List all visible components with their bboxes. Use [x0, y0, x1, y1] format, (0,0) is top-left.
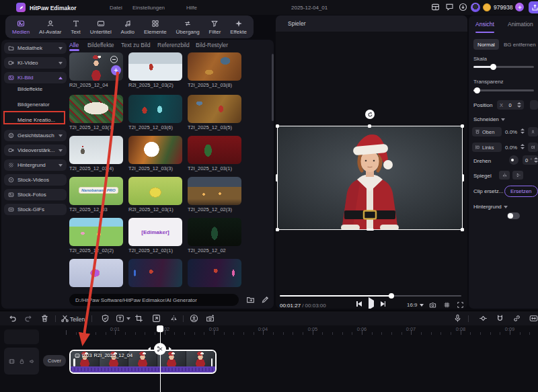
selection-handle[interactable] [276, 174, 278, 182]
coin-balance[interactable]: 979938 [483, 2, 512, 12]
ersetzen-button[interactable]: Ersetzen [504, 186, 538, 197]
play-button[interactable] [369, 301, 374, 307]
media-thumbnail[interactable] [69, 136, 123, 164]
media-thumbnail[interactable] [188, 218, 241, 246]
selection-handle[interactable] [276, 124, 279, 128]
timeline-clip[interactable]: 0:03 R2I_2025_12_04 [69, 350, 217, 374]
snapshot-icon[interactable] [429, 301, 436, 309]
rotate-handle[interactable] [365, 110, 375, 119]
selection-handle[interactable] [368, 124, 371, 128]
transparenz-slider[interactable] [473, 89, 534, 91]
skala-slider[interactable] [473, 66, 534, 68]
tab-animation[interactable]: Animation [508, 21, 533, 28]
selection-box[interactable] [277, 126, 463, 230]
magnet-icon[interactable] [496, 314, 504, 323]
media-tab-bildeffekte[interactable]: Bildeffekte [87, 42, 114, 48]
split-icon[interactable] [61, 314, 69, 323]
media-thumbnail[interactable] [69, 95, 123, 123]
stepper-icon[interactable] [534, 157, 538, 163]
add-to-timeline-button[interactable] [111, 65, 121, 75]
media-thumbnail[interactable] [188, 95, 241, 123]
media-tab-alle[interactable]: Alle [69, 42, 79, 48]
lock-icon[interactable] [19, 358, 25, 364]
playhead-cap[interactable] [157, 325, 163, 332]
sidebar-item-stock-gifs[interactable]: Stock-GIFs [4, 204, 67, 215]
sidebar-item-bildgenerator[interactable]: Bildgenerator [17, 102, 50, 108]
layout-icon[interactable] [431, 3, 440, 11]
tab-medien[interactable]: Medien [12, 19, 30, 35]
tab-uebergang[interactable]: Übergang [176, 19, 200, 35]
flip-horizontal-button[interactable] [499, 171, 510, 180]
fullscreen-icon[interactable] [457, 301, 464, 309]
user-avatar[interactable] [471, 3, 480, 12]
shield-icon[interactable] [101, 314, 110, 323]
fit-timeline-icon[interactable] [529, 314, 538, 323]
feedback-icon[interactable] [445, 3, 454, 11]
tab-ansicht[interactable]: Ansicht [475, 21, 494, 28]
tab-audio[interactable]: Audio [121, 19, 134, 35]
media-tab-bild-restyler[interactable]: Bild-Restyler [196, 42, 228, 48]
media-thumbnail[interactable] [69, 259, 123, 287]
media-tab-referenzbild[interactable]: Referenzbild [157, 42, 190, 48]
tab-untertitel[interactable]: Untertitel [90, 19, 112, 35]
nudge-right-icon[interactable] [169, 347, 171, 351]
media-path-field[interactable]: D:/HitPaw Software/HitPaw Edimakor/AI Ge… [69, 294, 239, 306]
mirror-icon[interactable] [169, 314, 178, 323]
media-thumbnail[interactable] [128, 95, 182, 123]
sidebar-item-ki-bild[interactable]: KI-Bild [4, 72, 67, 83]
undo-icon[interactable] [8, 314, 17, 323]
selection-handle[interactable] [461, 228, 464, 231]
media-thumbnail[interactable] [128, 136, 182, 164]
open-folder-icon[interactable] [246, 295, 255, 304]
media-thumbnail[interactable] [128, 177, 182, 205]
playhead-line[interactable] [160, 325, 161, 392]
camera-add-icon[interactable] [206, 314, 215, 323]
trim-handle-right[interactable] [211, 358, 213, 366]
text-tool-icon[interactable] [116, 314, 124, 323]
menu-datei[interactable]: Datei [110, 5, 122, 11]
caret-down-icon[interactable] [126, 317, 130, 320]
redo-icon[interactable] [24, 314, 33, 323]
progress-knob[interactable] [389, 293, 394, 299]
stepper-icon[interactable] [517, 102, 521, 108]
keyframe-icon[interactable] [479, 314, 488, 323]
media-tab-text-zu-bild[interactable]: Text zu Bild [121, 42, 150, 48]
aspect-ratio-dropdown[interactable]: 16:9 [407, 302, 424, 308]
media-thumbnail[interactable] [69, 218, 123, 246]
stepper-icon[interactable] [521, 128, 525, 134]
grid-icon[interactable] [443, 301, 451, 309]
sidebar-item-stock-videos[interactable]: Stock-Videos [4, 174, 67, 186]
prev-frame-button[interactable] [356, 301, 362, 307]
media-thumbnail[interactable] [188, 52, 241, 81]
media-thumbnail[interactable] [128, 259, 182, 287]
cut-at-playhead-button[interactable] [154, 343, 166, 355]
sidebar-item-ki-video[interactable]: KI-Video [4, 57, 67, 69]
crop-icon[interactable] [134, 314, 143, 323]
sidebar-item-gesichtstausch[interactable]: Gesichtstausch [4, 130, 67, 141]
mode-bg-entfernen-button[interactable]: BG entfernen [504, 42, 536, 48]
sidebar-item-mediathek[interactable]: Mediathek [4, 42, 67, 54]
crop-top-field[interactable]: Oben [472, 127, 502, 136]
hintergrund-toggle[interactable] [507, 212, 520, 219]
rotation-dial[interactable] [509, 155, 518, 165]
nudge-left-icon[interactable] [148, 347, 151, 351]
hintergrund-section[interactable]: Hintergrund [473, 204, 508, 210]
media-thumbnail[interactable] [188, 177, 241, 205]
crop-right-field-cut[interactable] [528, 143, 538, 152]
cover-button[interactable]: Cover [43, 355, 66, 366]
menu-einstellungen[interactable]: Einstellungen [132, 5, 165, 11]
media-thumbnail[interactable]: Nanobanana PRO [69, 177, 123, 205]
teilen-label[interactable]: Teilen [70, 316, 85, 323]
timeline-area[interactable]: 0:01 0:02 0:03 0:04 0:05 0:06 0:07 0:08 … [0, 325, 538, 392]
selection-handle[interactable] [462, 174, 464, 182]
sidebar-item-stock-fotos[interactable]: Stock-Fotos [4, 189, 67, 200]
tab-effekte[interactable]: Effekte [230, 19, 247, 35]
mute-icon[interactable] [29, 358, 35, 364]
trim-handle-left[interactable] [73, 358, 75, 366]
crop-left-field[interactable]: Links [472, 143, 502, 152]
sidebar-item-hintergrund[interactable]: Hintergrund [4, 159, 67, 171]
selection-handle[interactable] [461, 124, 464, 128]
microphone-icon[interactable] [453, 314, 462, 323]
crop-bottom-field-cut[interactable] [528, 127, 538, 136]
track-header-collapsed[interactable] [4, 329, 39, 344]
